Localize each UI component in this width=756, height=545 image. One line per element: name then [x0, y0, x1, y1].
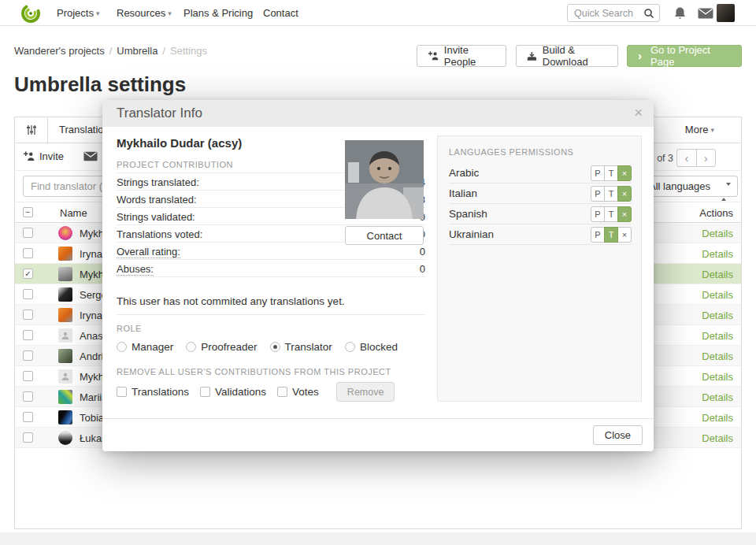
invite-button[interactable]: Invite — [23, 150, 64, 162]
language-row: Arabic P T × — [449, 163, 632, 184]
remove-button[interactable]: Remove — [336, 382, 395, 402]
select-all-checkbox[interactable]: − — [23, 207, 33, 217]
details-link[interactable]: Details — [702, 391, 733, 403]
top-navbar: Projects▾ Resources▾ Plans & Pricing Con… — [0, 0, 756, 26]
translator-badge[interactable]: T — [604, 227, 618, 243]
tab-more[interactable]: More▾ — [685, 124, 714, 135]
breadcrumb-item-settings: Settings — [170, 45, 207, 57]
details-link[interactable]: Details — [702, 269, 733, 280]
row-checkbox[interactable] — [23, 391, 33, 402]
row-checkbox[interactable] — [23, 350, 33, 361]
remove-language-badge[interactable]: × — [617, 186, 632, 202]
envelope-icon — [83, 151, 98, 161]
proofreader-badge[interactable]: P — [591, 186, 605, 202]
row-checkbox[interactable] — [23, 228, 33, 238]
breadcrumb-item-umbrella[interactable]: Umbrella — [117, 45, 158, 57]
default-person-icon — [61, 331, 70, 340]
checkbox-icon — [200, 387, 210, 397]
breadcrumb-item-projects[interactable]: Wanderer's projects — [14, 45, 105, 57]
details-link[interactable]: Details — [702, 289, 733, 301]
nav-link-resources[interactable]: Resources▾ — [117, 7, 172, 19]
details-link[interactable]: Details — [702, 350, 733, 362]
details-link[interactable]: Details — [702, 248, 733, 260]
translator-badge[interactable]: T — [604, 206, 618, 222]
person-plus-icon — [23, 151, 35, 161]
next-page-button[interactable]: › — [697, 150, 716, 166]
row-checkbox[interactable] — [23, 412, 33, 422]
invite-people-button[interactable]: Invite People — [417, 45, 506, 67]
language-name: Italian — [449, 187, 477, 199]
row-checkbox[interactable] — [23, 371, 33, 381]
row-checkbox[interactable] — [23, 289, 33, 299]
stat-value: 0 — [420, 263, 425, 275]
proofreader-badge[interactable]: P — [591, 227, 605, 243]
proofreader-badge[interactable]: P — [591, 165, 605, 181]
row-checkbox[interactable]: ✓ — [23, 269, 33, 279]
details-link[interactable]: Details — [702, 310, 733, 321]
details-link[interactable]: Details — [702, 412, 733, 424]
details-link[interactable]: Details — [702, 371, 733, 383]
role-options: Manager Proofreader Translator Blocked — [117, 341, 398, 353]
row-checkbox[interactable] — [23, 432, 33, 443]
tab-filters[interactable] — [15, 117, 48, 143]
stat-label: Strings validated: — [117, 211, 195, 223]
remove-options: Translations Validations Votes Remove — [117, 382, 395, 402]
build-download-button[interactable]: Build & Download — [516, 45, 618, 67]
crowdin-logo-icon[interactable] — [16, 3, 46, 24]
stat-label-abuses[interactable]: Abuses: — [117, 263, 154, 276]
remove-checkbox-validations[interactable]: Validations — [200, 386, 266, 398]
language-name: Spanish — [449, 208, 487, 220]
avatar — [58, 410, 72, 425]
close-icon[interactable]: × — [634, 105, 643, 121]
languages-permissions-panel: Languages permissions Arabic P T × Itali… — [437, 135, 642, 402]
details-link[interactable]: Details — [702, 330, 733, 342]
proofreader-badge[interactable]: P — [591, 206, 605, 222]
search-icon[interactable] — [643, 8, 654, 19]
prev-page-button[interactable]: ‹ — [677, 150, 697, 166]
role-label: Blocked — [360, 341, 398, 353]
page-title: Umbrella settings — [14, 72, 186, 97]
translator-badge[interactable]: T — [604, 186, 618, 202]
remove-label: Validations — [215, 386, 266, 398]
breadcrumb: Wanderer's projects/Umbrella/Settings — [14, 45, 207, 57]
remove-language-badge[interactable]: × — [617, 227, 632, 243]
translator-badge[interactable]: T — [604, 165, 618, 181]
role-radio-manager[interactable]: Manager — [117, 341, 173, 353]
user-avatar[interactable] — [717, 4, 735, 22]
avatar — [58, 431, 72, 445]
tab-more-label: More — [685, 124, 709, 135]
details-link[interactable]: Details — [702, 228, 733, 239]
modal-footer: Close — [102, 418, 654, 451]
close-button[interactable]: Close — [593, 425, 643, 445]
row-checkbox[interactable] — [23, 330, 33, 340]
nav-link-projects[interactable]: Projects▾ — [57, 7, 100, 19]
no-translations-note: This user has not commited any translati… — [117, 295, 345, 307]
nav-link-plans-pricing[interactable]: Plans & Pricing — [183, 7, 253, 19]
person-plus-icon — [428, 50, 439, 61]
checkbox-icon — [117, 387, 127, 397]
messages-envelope-icon[interactable] — [698, 8, 713, 19]
details-link[interactable]: Details — [702, 432, 733, 444]
go-to-project-page-button[interactable]: › Go to Project Page — [627, 45, 742, 67]
role-radio-translator[interactable]: Translator — [270, 341, 332, 353]
name-column-header[interactable]: Name — [60, 207, 87, 219]
stat-label-overall-rating[interactable]: Overall rating: — [117, 246, 180, 258]
quick-search-input[interactable] — [574, 5, 642, 21]
remove-language-badge[interactable]: × — [617, 206, 632, 222]
nav-link-contact[interactable]: Contact — [263, 7, 298, 19]
row-checkbox[interactable] — [23, 310, 33, 320]
row-checkbox[interactable] — [23, 248, 33, 258]
role-radio-proofreader[interactable]: Proofreader — [186, 341, 257, 353]
language-row: Italian P T × — [449, 184, 632, 204]
role-radio-blocked[interactable]: Blocked — [345, 341, 398, 353]
radio-icon — [117, 342, 127, 352]
nav-link-label: Projects — [57, 7, 94, 19]
notifications-bell-icon[interactable] — [673, 6, 687, 20]
remove-checkbox-votes[interactable]: Votes — [277, 386, 319, 398]
contact-button[interactable]: Contact — [345, 226, 424, 245]
remove-language-badge[interactable]: × — [617, 165, 632, 181]
avatar — [58, 328, 72, 343]
remove-checkbox-translations[interactable]: Translations — [117, 386, 189, 398]
select-stepper-icon — [721, 182, 731, 202]
translator-photo — [345, 140, 424, 219]
